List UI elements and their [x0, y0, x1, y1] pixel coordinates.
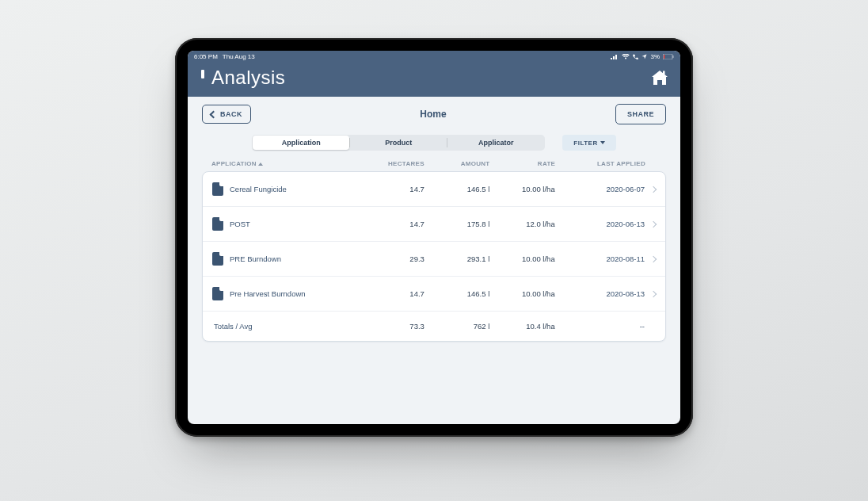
- totals-label: Totals / Avg: [214, 322, 252, 331]
- row-amount: 146.5 l: [424, 289, 489, 298]
- row-amount: 146.5 l: [424, 185, 489, 193]
- table-card: Cereal Fungicide 14.7 146.5 l 10.00 l/ha…: [202, 171, 666, 342]
- col-application[interactable]: APPLICATION: [211, 160, 359, 167]
- status-time: 6:05 PM: [194, 53, 218, 60]
- page-title: Home: [420, 109, 446, 120]
- document-icon: [212, 217, 223, 231]
- share-button[interactable]: SHARE: [615, 104, 666, 124]
- table-row[interactable]: PRE Burndown 29.3 293.1 l 10.00 l/ha 202…: [203, 242, 665, 277]
- totals-last-applied: --: [555, 322, 645, 331]
- chevron-right-icon: [650, 255, 657, 262]
- row-last-applied: 2020-08-11: [555, 254, 645, 263]
- location-icon: [641, 54, 647, 59]
- home-button[interactable]: [650, 68, 669, 87]
- segment-row: Application Product Applicator FILTER: [188, 132, 680, 157]
- filter-button[interactable]: FILTER: [562, 135, 615, 151]
- row-amount: 175.8 l: [424, 220, 489, 228]
- screen: 6:05 PM Thu Aug 13 3% Analysis: [188, 51, 680, 424]
- app-header: Analysis: [188, 62, 680, 97]
- totals-row: Totals / Avg 73.3 762 l 10.4 l/ha --: [203, 312, 665, 341]
- view-segment: Application Product Applicator: [252, 135, 545, 151]
- row-rate: 12.0 l/ha: [489, 220, 554, 228]
- table: APPLICATION HECTARES AMOUNT RATE LAST AP…: [188, 157, 680, 342]
- row-rate: 10.00 l/ha: [489, 289, 554, 298]
- svg-rect-4: [673, 55, 674, 58]
- toolbar: BACK Home SHARE: [188, 97, 680, 132]
- table-row[interactable]: Cereal Fungicide 14.7 146.5 l 10.00 l/ha…: [203, 172, 665, 207]
- document-icon: [212, 287, 223, 300]
- svg-rect-5: [664, 55, 664, 59]
- phone-icon: [633, 54, 638, 59]
- col-hectares[interactable]: HECTARES: [359, 160, 424, 167]
- segment-applicator[interactable]: Applicator: [447, 136, 544, 150]
- row-rate: 10.00 l/ha: [489, 185, 554, 193]
- app-logo-icon: [199, 69, 210, 86]
- col-rate[interactable]: RATE: [490, 160, 556, 167]
- status-bar: 6:05 PM Thu Aug 13 3%: [188, 51, 680, 62]
- document-icon: [212, 252, 223, 266]
- row-amount: 293.1 l: [424, 254, 489, 263]
- col-last-applied[interactable]: LAST APPLIED: [555, 160, 645, 167]
- sort-asc-icon: [258, 163, 263, 166]
- svg-rect-6: [201, 70, 204, 78]
- home-icon: [650, 69, 669, 86]
- svg-rect-1: [613, 56, 615, 59]
- chevron-right-icon: [650, 220, 657, 227]
- row-last-applied: 2020-08-13: [555, 289, 645, 298]
- back-button[interactable]: BACK: [202, 105, 251, 124]
- row-name: POST: [230, 220, 250, 228]
- svg-rect-7: [663, 71, 665, 75]
- back-label: BACK: [220, 110, 242, 118]
- row-hectares: 29.3: [359, 254, 424, 263]
- document-icon: [212, 182, 223, 196]
- col-application-label: APPLICATION: [211, 160, 257, 167]
- row-hectares: 14.7: [359, 220, 424, 228]
- col-amount[interactable]: AMOUNT: [424, 160, 490, 167]
- chevron-left-icon: [210, 110, 218, 118]
- row-name: PRE Burndown: [230, 254, 281, 263]
- svg-rect-0: [611, 58, 612, 59]
- tablet-frame: 6:05 PM Thu Aug 13 3% Analysis: [175, 38, 693, 437]
- row-rate: 10.00 l/ha: [489, 254, 554, 263]
- signal-icon: [611, 54, 619, 59]
- filter-label: FILTER: [573, 140, 597, 147]
- row-hectares: 14.7: [359, 185, 424, 193]
- segment-product[interactable]: Product: [350, 136, 447, 150]
- share-label: SHARE: [627, 110, 654, 118]
- totals-hectares: 73.3: [359, 322, 424, 331]
- svg-rect-2: [615, 55, 617, 59]
- row-last-applied: 2020-06-13: [555, 220, 645, 228]
- app-title: Analysis: [211, 67, 285, 89]
- table-row[interactable]: Pre Harvest Burndown 14.7 146.5 l 10.00 …: [203, 277, 665, 312]
- column-headers: APPLICATION HECTARES AMOUNT RATE LAST AP…: [202, 157, 666, 171]
- chevron-right-icon: [650, 185, 657, 192]
- segment-application[interactable]: Application: [253, 136, 349, 150]
- wifi-icon: [622, 54, 630, 59]
- battery-icon: [663, 54, 674, 59]
- battery-percent: 3%: [650, 53, 660, 60]
- status-date: Thu Aug 13: [223, 53, 255, 60]
- totals-amount: 762 l: [424, 322, 489, 331]
- chevron-down-icon: [600, 141, 605, 144]
- table-row[interactable]: POST 14.7 175.8 l 12.0 l/ha 2020-06-13: [203, 207, 665, 242]
- totals-rate: 10.4 l/ha: [489, 322, 554, 331]
- row-last-applied: 2020-06-07: [555, 185, 645, 193]
- row-name: Pre Harvest Burndown: [230, 289, 306, 298]
- chevron-right-icon: [650, 290, 657, 296]
- row-name: Cereal Fungicide: [230, 185, 287, 193]
- row-hectares: 14.7: [359, 289, 424, 298]
- status-indicators: 3%: [611, 53, 674, 60]
